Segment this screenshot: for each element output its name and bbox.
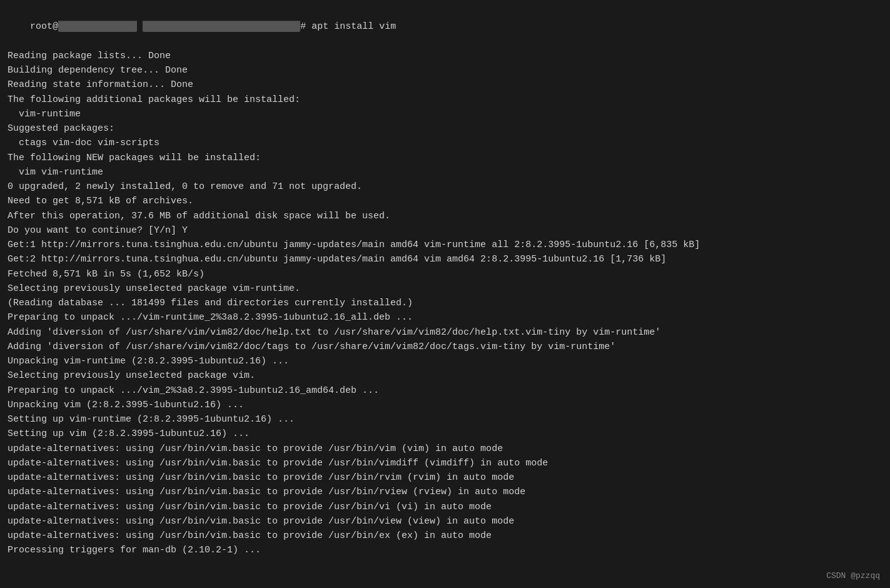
terminal-line: Reading package lists... Done <box>8 49 882 63</box>
prompt-root: root@ <box>30 21 58 32</box>
terminal-line: update-alternatives: using /usr/bin/vim.… <box>8 456 882 470</box>
terminal-line: The following additional packages will b… <box>8 93 882 107</box>
terminal-line: Setting up vim (2:8.2.3995-1ubuntu2.16) … <box>8 427 882 441</box>
terminal-line: vim-runtime <box>8 107 882 121</box>
terminal-line: update-alternatives: using /usr/bin/vim.… <box>8 500 882 514</box>
terminal-line: update-alternatives: using /usr/bin/vim.… <box>8 442 882 456</box>
terminal-line: Processing triggers for man-db (2.10.2-1… <box>8 543 882 557</box>
terminal-line: Setting up vim-runtime (2:8.2.3995-1ubun… <box>8 412 882 427</box>
terminal-line: Do you want to continue? [Y/n] Y <box>8 223 882 238</box>
terminal-line: Adding 'diversion of /usr/share/vim/vim8… <box>8 325 882 340</box>
terminal-line: Preparing to unpack .../vim-runtime_2%3a… <box>8 310 882 325</box>
prompt-space <box>137 21 143 32</box>
watermark-label: CSDN @pzzqq <box>826 571 880 580</box>
terminal-line: 0 upgraded, 2 newly installed, 0 to remo… <box>8 180 882 194</box>
terminal-prompt-line: root@██████████████ ████████████████████… <box>8 5 882 49</box>
terminal-line: ctags vim-doc vim-scripts <box>8 136 882 150</box>
terminal-line: update-alternatives: using /usr/bin/vim.… <box>8 470 882 485</box>
terminal-line: Get:1 http://mirrors.tuna.tsinghua.edu.c… <box>8 238 882 252</box>
terminal-line: Adding 'diversion of /usr/share/vim/vim8… <box>8 340 882 354</box>
prompt-hash: # apt install vim <box>300 21 396 32</box>
redacted-path: ████████████████████████████ <box>143 21 300 32</box>
terminal-line: Selecting previously unselected package … <box>8 368 882 383</box>
terminal-line: Need to get 8,571 kB of archives. <box>8 194 882 208</box>
terminal-line: update-alternatives: using /usr/bin/vim.… <box>8 529 882 543</box>
terminal-line: update-alternatives: using /usr/bin/vim.… <box>8 514 882 529</box>
terminal-line: Selecting previously unselected package … <box>8 281 882 296</box>
terminal-line: The following NEW packages will be insta… <box>8 151 882 165</box>
terminal-line: Unpacking vim (2:8.2.3995-1ubuntu2.16) .… <box>8 398 882 412</box>
terminal-line: vim vim-runtime <box>8 165 882 180</box>
terminal-line: (Reading database ... 181499 files and d… <box>8 296 882 310</box>
terminal-line: Fetched 8,571 kB in 5s (1,652 kB/s) <box>8 267 882 281</box>
terminal-line: update-alternatives: using /usr/bin/vim.… <box>8 485 882 499</box>
terminal-line: Unpacking vim-runtime (2:8.2.3995-1ubunt… <box>8 354 882 368</box>
terminal-line: Get:2 http://mirrors.tuna.tsinghua.edu.c… <box>8 252 882 266</box>
terminal-line: Preparing to unpack .../vim_2%3a8.2.3995… <box>8 383 882 398</box>
terminal-output: Reading package lists... DoneBuilding de… <box>8 49 882 558</box>
terminal-line: After this operation, 37.6 MB of additio… <box>8 209 882 223</box>
terminal-line: Building dependency tree... Done <box>8 63 882 78</box>
terminal-window: root@██████████████ ████████████████████… <box>0 0 890 588</box>
terminal-line: Reading state information... Done <box>8 78 882 92</box>
terminal-line: Suggested packages: <box>8 121 882 136</box>
redacted-hostname: ██████████████ <box>58 21 137 32</box>
